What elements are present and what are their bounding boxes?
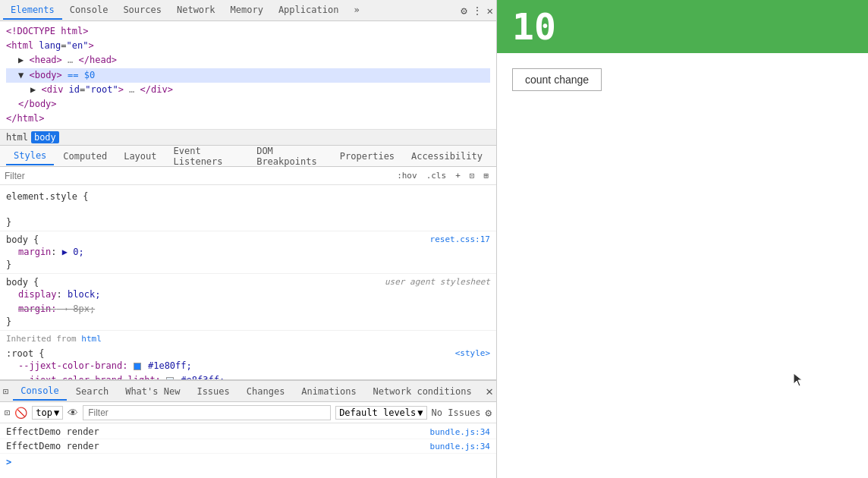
rule-header-root: :root { <style> <box>6 348 490 359</box>
style-rule-root: :root { <style> --jjext-color-brand: #1e… <box>0 345 496 379</box>
stab-properties[interactable]: Properties <box>332 148 402 165</box>
console-panel-icon: ⊡ <box>3 386 8 397</box>
more-icon[interactable]: ⋮ <box>472 5 483 17</box>
html-line-html-close: </html> <box>6 112 490 126</box>
console-filter-input[interactable] <box>83 405 331 420</box>
breadcrumb-html[interactable]: html <box>6 132 28 143</box>
html-source: <!DOCTYPE html> <html lang="en"> ▶ <head… <box>0 21 496 130</box>
add-style-icon[interactable]: + <box>452 169 464 182</box>
devtools-panel: Elements Console Sources Network Memory … <box>0 0 497 478</box>
ctab-search[interactable]: Search <box>68 383 116 400</box>
rule-selector-root: :root { <box>6 348 45 359</box>
html-line-body-close: </body> <box>6 97 490 112</box>
console-top-select[interactable]: top ▼ <box>32 406 63 420</box>
rule-source-body-reset[interactable]: reset.css:17 <box>430 234 490 244</box>
console-gear-icon[interactable]: ⚙ <box>486 407 492 419</box>
console-eye-icon[interactable]: 👁 <box>68 407 78 419</box>
inherited-html-link[interactable]: html <box>81 334 102 344</box>
style-rule-body-reset: body { reset.css:17 margin: ▶ 0; } <box>0 231 496 274</box>
tab-elements[interactable]: Elements <box>3 2 62 20</box>
console-level-select[interactable]: Default levels ▼ <box>335 406 426 420</box>
rule-prop-margin: margin: ▶ 0; <box>6 245 490 259</box>
tab-console[interactable]: Console <box>62 2 116 20</box>
ctab-console[interactable]: Console <box>13 382 67 401</box>
inherited-label: Inherited from html <box>0 331 496 345</box>
html-line-head[interactable]: ▶ <head> … </head> <box>6 53 490 68</box>
ctab-changes[interactable]: Changes <box>239 383 293 400</box>
close-icon[interactable]: ✕ <box>487 5 493 17</box>
rule-prop-display: display: block; <box>6 288 490 302</box>
console-no-issues: No Issues <box>432 407 481 418</box>
ctab-animations[interactable]: Animations <box>294 383 363 400</box>
computed-settings-icon[interactable]: ⊞ <box>480 169 492 182</box>
stab-computed[interactable]: Computed <box>55 148 115 165</box>
html-line-html: <html lang="en"> <box>6 39 490 53</box>
styles-tabs: Styles Computed Layout Event Listeners D… <box>0 146 496 167</box>
rule-header-body-uas: body { user agent stylesheet <box>6 277 490 288</box>
console-dropdown-icon: ▼ <box>54 407 59 418</box>
rule-prop-element <box>6 202 490 216</box>
color-swatch-brand[interactable] <box>134 363 141 370</box>
counter-value: 10 <box>512 5 556 48</box>
ctab-network-conditions[interactable]: Network conditions <box>366 383 480 400</box>
console-level-dropdown-icon: ▼ <box>417 407 423 418</box>
rule-prop-margin-strikethrough: margin: → 8px; <box>6 302 490 316</box>
breadcrumb-body[interactable]: body <box>31 131 59 143</box>
layout-icon[interactable]: ⊡ <box>467 169 478 182</box>
rule-source-root[interactable]: <style> <box>455 348 490 358</box>
html-line-doctype: <!DOCTYPE html> <box>6 24 490 39</box>
cls-toggle[interactable]: .cls <box>423 169 450 182</box>
style-rule-element: element.style { } <box>0 188 496 231</box>
devtools-top-icons: ⚙ ⋮ ✕ <box>461 5 493 17</box>
prompt-icon: > <box>6 457 11 467</box>
log-text-1: EffectDemo render <box>6 426 99 437</box>
count-change-button[interactable]: count change <box>512 68 602 91</box>
log-entry-2: EffectDemo render bundle.js:34 <box>0 439 496 454</box>
breadcrumb: html body <box>0 130 496 146</box>
tab-application[interactable]: Application <box>271 2 346 20</box>
ctab-whats-new[interactable]: What's New <box>118 383 187 400</box>
rule-selector-body-reset: body { <box>6 234 39 245</box>
console-clear-icon[interactable]: 🚫 <box>14 407 27 419</box>
rule-selector-element: element.style { <box>6 191 88 202</box>
log-entry-1: EffectDemo render bundle.js:34 <box>0 425 496 439</box>
html-line-root[interactable]: ▶ <div id="root"> … </div> <box>6 83 490 97</box>
styles-filter-bar: :hov .cls + ⊡ ⊞ <box>0 167 496 185</box>
stab-accessibility[interactable]: Accessibility <box>404 148 490 165</box>
rule-prop-brand: --jjext-color-brand: #1e80ff; <box>6 359 490 373</box>
styles-filter-input[interactable] <box>5 171 389 181</box>
console-level-label: Default levels <box>339 407 416 418</box>
ctab-issues[interactable]: Issues <box>189 383 237 400</box>
rule-source-body-uas: user agent stylesheet <box>385 277 490 287</box>
stab-dom-breakpoints[interactable]: DOM Breakpoints <box>249 143 331 170</box>
preview-panel: 10 count change <box>497 0 868 478</box>
settings-icon[interactable]: ⚙ <box>461 5 467 17</box>
tab-memory[interactable]: Memory <box>223 2 271 20</box>
style-rule-body-uas: body { user agent stylesheet display: bl… <box>0 274 496 331</box>
counter-bar: 10 <box>497 0 868 53</box>
tab-network[interactable]: Network <box>169 2 223 20</box>
log-link-2[interactable]: bundle.js:34 <box>430 442 490 451</box>
main-area: Elements Console Sources Network Memory … <box>0 0 868 478</box>
html-line-body[interactable]: ▼ <body> == $0 <box>6 68 490 83</box>
log-text-2: EffectDemo render <box>6 441 99 451</box>
tab-more[interactable]: » <box>346 2 366 20</box>
tab-sources[interactable]: Sources <box>115 2 169 20</box>
stab-event-listeners[interactable]: Event Listeners <box>166 143 248 170</box>
log-link-1[interactable]: bundle.js:34 <box>430 427 490 437</box>
console-prompt[interactable]: > <box>0 454 496 470</box>
stab-styles[interactable]: Styles <box>6 147 54 165</box>
filter-actions: :hov .cls + ⊡ ⊞ <box>394 169 492 182</box>
rule-prop-brand-light: --jjext-color-brand-light: #e8f3ff; <box>6 373 490 379</box>
console-tabs: ⊡ Console Search What's New Issues Chang… <box>0 381 496 402</box>
devtools-top-tabs: Elements Console Sources Network Memory … <box>0 0 496 21</box>
hov-toggle[interactable]: :hov <box>394 169 420 182</box>
console-close-button[interactable]: ✕ <box>486 384 493 398</box>
preview-content: count change <box>497 53 868 478</box>
rule-selector-body-uas: body { <box>6 277 39 288</box>
stab-layout[interactable]: Layout <box>116 148 164 165</box>
rule-header-element: element.style { <box>6 191 490 202</box>
color-swatch-brand-light[interactable] <box>166 377 174 379</box>
console-panel-icon2[interactable]: ⊡ <box>5 407 10 418</box>
console-panel: ⊡ Console Search What's New Issues Chang… <box>0 379 496 478</box>
